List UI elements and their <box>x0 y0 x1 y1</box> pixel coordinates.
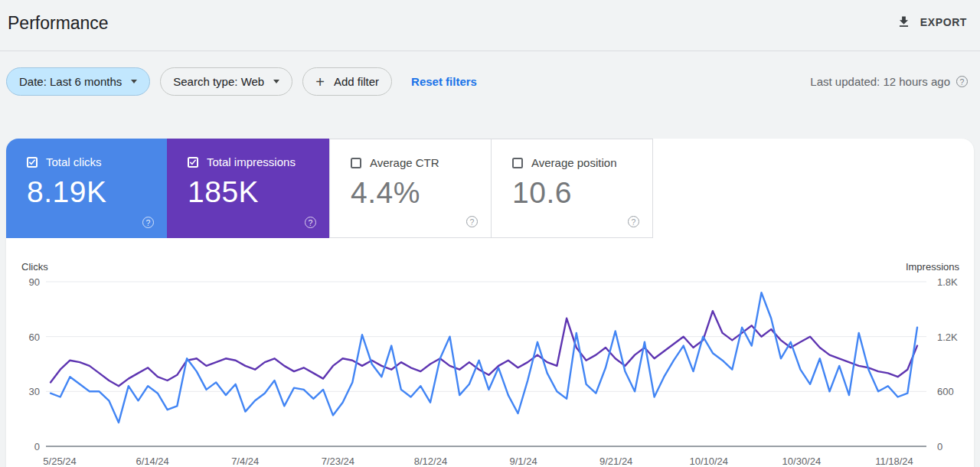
date-filter-label: Date: Last 6 months <box>19 75 122 88</box>
svg-text:11/18/24: 11/18/24 <box>875 456 913 467</box>
clicks-impressions-chart[interactable]: 0030600601.2K901.8KClicksImpressions5/25… <box>6 253 974 467</box>
performance-page: Performance EXPORT Date: Last 6 months S… <box>0 0 980 467</box>
svg-text:5/25/24: 5/25/24 <box>43 456 76 467</box>
help-icon[interactable]: ? <box>628 216 639 227</box>
svg-text:6/14/24: 6/14/24 <box>136 456 168 467</box>
svg-text:90: 90 <box>29 276 40 288</box>
page-title: Performance <box>8 13 109 34</box>
export-button[interactable]: EXPORT <box>897 15 967 29</box>
svg-text:7/23/24: 7/23/24 <box>322 456 354 467</box>
search-type-label: Search type: Web <box>173 75 264 88</box>
svg-text:10/30/24: 10/30/24 <box>782 456 822 467</box>
svg-text:Clicks: Clicks <box>21 261 48 273</box>
svg-text:60: 60 <box>29 331 40 343</box>
svg-text:1.2K: 1.2K <box>937 331 958 343</box>
metric-value: 8.19K <box>27 175 167 209</box>
date-filter-chip[interactable]: Date: Last 6 months <box>6 67 150 96</box>
chevron-down-icon <box>273 80 279 83</box>
metric-card-total-impressions[interactable]: Total impressions 185K ? <box>167 139 329 238</box>
svg-text:10/10/24: 10/10/24 <box>689 456 728 467</box>
metric-value: 10.6 <box>512 176 652 210</box>
filter-bar: Date: Last 6 months Search type: Web + A… <box>6 67 477 96</box>
metric-cards-row: Total clicks 8.19K ? Total impressions 1… <box>6 139 974 238</box>
add-filter-label: Add filter <box>334 75 379 88</box>
metric-label: Average position <box>531 156 616 169</box>
metric-value: 4.4% <box>351 176 491 210</box>
svg-text:Impressions: Impressions <box>906 261 960 273</box>
svg-text:600: 600 <box>937 386 954 397</box>
svg-text:1.8K: 1.8K <box>937 276 958 288</box>
checkbox-checked-icon[interactable] <box>188 157 198 168</box>
metric-card-total-clicks[interactable]: Total clicks 8.19K ? <box>6 139 167 238</box>
svg-text:9/21/24: 9/21/24 <box>599 456 632 467</box>
svg-text:0: 0 <box>34 441 40 452</box>
checkbox-unchecked-icon[interactable] <box>351 158 361 168</box>
metric-label: Total impressions <box>207 155 296 168</box>
metric-label: Average CTR <box>370 156 439 169</box>
download-icon <box>897 15 911 29</box>
svg-text:0: 0 <box>937 441 942 452</box>
header-divider <box>0 51 980 51</box>
metric-card-average-ctr[interactable]: Average CTR 4.4% ? <box>329 139 492 238</box>
help-icon[interactable]: ? <box>466 216 478 227</box>
reset-filters-link[interactable]: Reset filters <box>411 75 477 88</box>
checkbox-unchecked-icon[interactable] <box>512 158 523 168</box>
last-updated: Last updated: 12 hours ago ? <box>810 67 968 96</box>
metric-value: 185K <box>188 175 329 209</box>
last-updated-text: Last updated: 12 hours ago <box>810 75 950 88</box>
svg-text:9/1/24: 9/1/24 <box>509 456 537 467</box>
help-icon[interactable]: ? <box>305 217 316 228</box>
plus-icon: + <box>315 74 325 90</box>
help-icon[interactable]: ? <box>142 217 154 228</box>
checkbox-checked-icon[interactable] <box>27 157 38 168</box>
add-filter-button[interactable]: + Add filter <box>302 67 392 96</box>
svg-text:8/12/24: 8/12/24 <box>414 456 447 467</box>
help-icon[interactable]: ? <box>956 76 968 87</box>
performance-panel: Total clicks 8.19K ? Total impressions 1… <box>6 139 974 467</box>
export-label: EXPORT <box>920 16 967 28</box>
metric-card-average-position[interactable]: Average position 10.6 ? <box>491 139 653 238</box>
svg-text:30: 30 <box>29 386 40 397</box>
search-type-filter-chip[interactable]: Search type: Web <box>160 67 292 96</box>
svg-text:7/4/24: 7/4/24 <box>231 456 259 467</box>
metric-label: Total clicks <box>46 155 102 168</box>
chevron-down-icon <box>131 80 137 83</box>
